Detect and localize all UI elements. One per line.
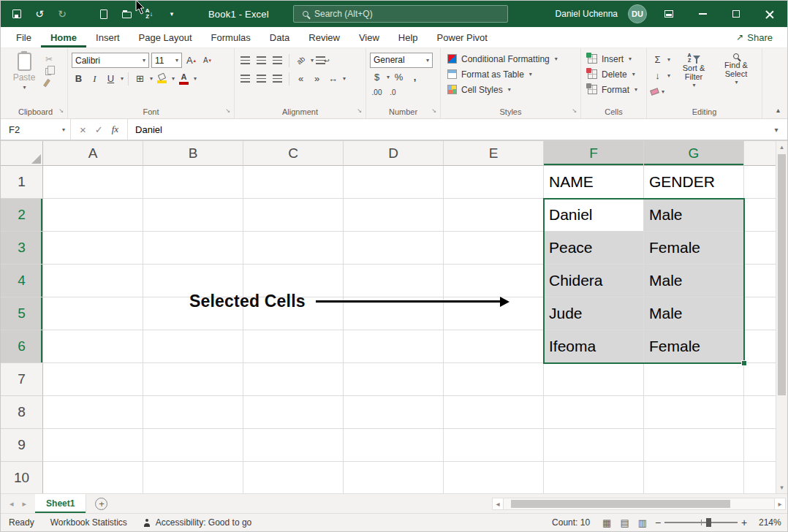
- format-as-table-button[interactable]: Format as Table: [444, 66, 577, 82]
- zoom-slider-thumb[interactable]: [706, 518, 711, 527]
- name-box[interactable]: F2: [1, 119, 71, 140]
- hscroll-left-icon[interactable]: [492, 498, 504, 510]
- cell-B1[interactable]: [143, 166, 243, 199]
- cell-B9[interactable]: [143, 429, 243, 462]
- cell-C10[interactable]: [243, 462, 344, 493]
- horizontal-scroll-thumb[interactable]: [511, 500, 730, 508]
- font-name-select[interactable]: Calibri: [72, 53, 149, 68]
- ribbon-display-options-icon[interactable]: [657, 1, 681, 27]
- merge-center-icon[interactable]: ↔: [326, 71, 340, 86]
- cell-A1[interactable]: [43, 166, 143, 199]
- cell-A6[interactable]: [43, 330, 143, 363]
- column-header-A[interactable]: A: [43, 141, 143, 166]
- fill-color-dropdown-icon[interactable]: [171, 75, 175, 82]
- cell-A8[interactable]: [43, 396, 143, 429]
- expand-formula-bar-icon[interactable]: [765, 119, 787, 140]
- tab-view[interactable]: View: [349, 27, 389, 48]
- cell-E7[interactable]: [444, 363, 544, 396]
- column-header-C[interactable]: C: [243, 141, 344, 166]
- cancel-icon[interactable]: ×: [80, 123, 86, 136]
- bold-button[interactable]: B: [72, 71, 86, 86]
- cell-F6[interactable]: Ifeoma: [544, 330, 644, 363]
- row-header-9[interactable]: 9: [1, 429, 43, 462]
- fill-handle[interactable]: [741, 360, 747, 366]
- font-color-dropdown-icon[interactable]: [193, 75, 197, 82]
- column-header-B[interactable]: B: [143, 141, 243, 166]
- styles-dialog-launcher[interactable]: [570, 109, 577, 116]
- clipboard-dialog-launcher[interactable]: [57, 109, 64, 116]
- cell-F5[interactable]: Jude: [544, 297, 644, 330]
- insert-cells-button[interactable]: Insert: [585, 51, 643, 66]
- select-all-corner[interactable]: [1, 141, 43, 166]
- tab-home[interactable]: Home: [41, 27, 86, 48]
- tab-formulas[interactable]: Formulas: [202, 27, 260, 48]
- borders-icon[interactable]: ⊞: [133, 71, 147, 86]
- tab-data[interactable]: Data: [260, 27, 299, 48]
- row-header-5[interactable]: 5: [1, 297, 43, 330]
- decrease-decimal-icon[interactable]: .0: [386, 85, 400, 100]
- column-header-F[interactable]: F: [544, 141, 644, 166]
- delete-cells-button[interactable]: Delete: [585, 66, 643, 82]
- autosum-icon[interactable]: Σ: [651, 52, 664, 67]
- formula-input[interactable]: Daniel: [128, 119, 765, 140]
- align-left-icon[interactable]: [238, 71, 252, 86]
- tab-page-layout[interactable]: Page Layout: [129, 27, 202, 48]
- cell-B10[interactable]: [143, 462, 243, 493]
- maximize-button[interactable]: [724, 1, 748, 27]
- cell-C4[interactable]: [243, 265, 344, 297]
- sort-filter-button[interactable]: AZ Sort & Filter: [675, 50, 713, 105]
- orientation-icon[interactable]: ab: [294, 53, 308, 68]
- conditional-formatting-button[interactable]: Conditional Formatting: [444, 51, 577, 66]
- hscroll-right-icon[interactable]: [774, 498, 786, 510]
- new-sheet-icon[interactable]: [95, 498, 107, 510]
- cell-B8[interactable]: [143, 396, 243, 429]
- insert-function-icon[interactable]: fx: [112, 123, 118, 135]
- increase-font-icon[interactable]: A: [184, 53, 198, 68]
- customize-toolbar-icon[interactable]: [166, 7, 178, 20]
- zoom-slider[interactable]: [664, 522, 738, 523]
- zoom-level[interactable]: 214%: [751, 514, 787, 531]
- vertical-scroll-thumb[interactable]: [778, 154, 786, 395]
- cell-C9[interactable]: [243, 429, 344, 462]
- alignment-dialog-launcher[interactable]: [355, 109, 363, 116]
- cell-C1[interactable]: [243, 166, 344, 199]
- paste-button[interactable]: Paste: [7, 50, 41, 105]
- cell-G1[interactable]: GENDER: [644, 166, 744, 199]
- italic-button[interactable]: I: [88, 71, 102, 86]
- font-dialog-launcher[interactable]: [224, 109, 231, 116]
- accessibility-status[interactable]: Accessibility: Good to go: [135, 514, 259, 531]
- normal-view-icon[interactable]: ▦: [598, 517, 615, 528]
- align-bottom-icon[interactable]: [270, 53, 284, 68]
- cut-icon[interactable]: ✂: [45, 54, 53, 64]
- align-right-icon[interactable]: [270, 71, 284, 86]
- cell-G2[interactable]: Male: [644, 199, 744, 232]
- open-file-icon[interactable]: [121, 7, 132, 20]
- autosum-dropdown-icon[interactable]: [667, 56, 670, 63]
- avatar[interactable]: DU: [628, 4, 647, 23]
- cell-B4[interactable]: [143, 265, 243, 297]
- row-header-1[interactable]: 1: [1, 166, 43, 199]
- cell-F9[interactable]: [544, 429, 644, 462]
- borders-dropdown-icon[interactable]: [149, 75, 153, 82]
- find-select-button[interactable]: Find & Select: [717, 50, 755, 105]
- cell-B7[interactable]: [143, 363, 243, 396]
- redo-icon[interactable]: ↻: [56, 7, 68, 20]
- cell-A4[interactable]: [43, 265, 143, 297]
- cell-A9[interactable]: [43, 429, 143, 462]
- row-header-3[interactable]: 3: [1, 232, 43, 265]
- clear-dropdown-icon[interactable]: [661, 88, 664, 95]
- user-name[interactable]: Daniel Uchenna: [556, 9, 618, 19]
- cell-D8[interactable]: [344, 396, 444, 429]
- cell-C8[interactable]: [243, 396, 344, 429]
- row-header-8[interactable]: 8: [1, 396, 43, 429]
- underline-dropdown-icon[interactable]: [120, 75, 124, 82]
- cell-A5[interactable]: [43, 297, 143, 330]
- tab-help[interactable]: Help: [389, 27, 428, 48]
- font-color-icon[interactable]: A: [177, 71, 191, 86]
- cell-C3[interactable]: [243, 232, 344, 265]
- orientation-dropdown-icon[interactable]: [310, 57, 314, 64]
- cell-D3[interactable]: [344, 232, 444, 265]
- column-header-E[interactable]: E: [444, 141, 544, 166]
- cell-D10[interactable]: [344, 462, 444, 493]
- cell-G3[interactable]: Female: [644, 232, 744, 265]
